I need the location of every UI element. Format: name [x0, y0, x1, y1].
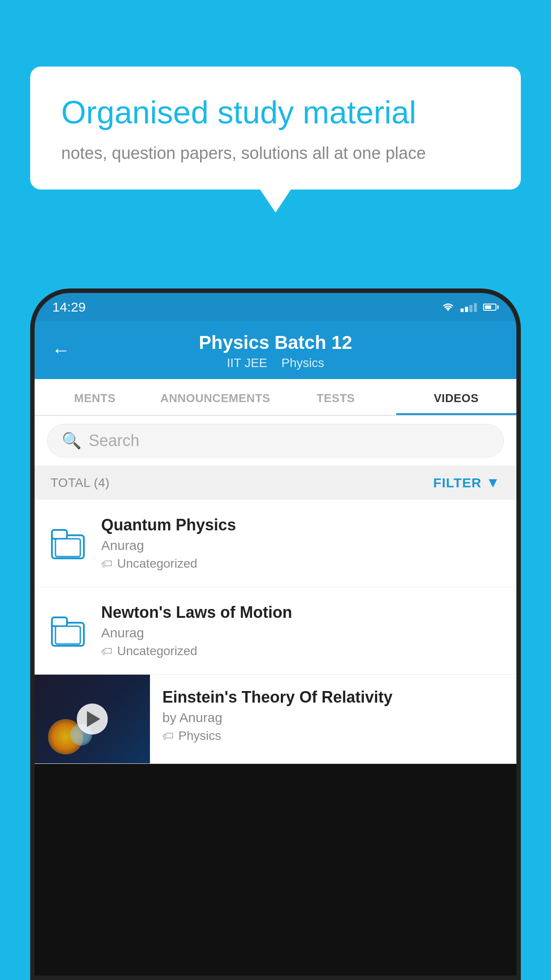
- filter-bar: TOTAL (4) FILTER ▼: [35, 466, 516, 500]
- video-thumbnail: [35, 675, 150, 763]
- speech-bubble-section: Organised study material notes, question…: [30, 67, 521, 190]
- item-content: Quantum Physics Anurag 🏷 Uncategorized: [101, 516, 502, 571]
- bubble-title: Organised study material: [61, 93, 490, 131]
- play-button[interactable]: [77, 703, 108, 735]
- back-button[interactable]: ←: [51, 340, 70, 361]
- item-content: Newton's Laws of Motion Anurag 🏷 Uncateg…: [101, 603, 502, 658]
- tag-icon: 🏷: [162, 729, 174, 743]
- tag-icon: 🏷: [101, 644, 113, 658]
- folder-icon: [51, 526, 87, 561]
- total-count: TOTAL (4): [51, 476, 110, 490]
- item-author: Anurag: [101, 538, 502, 553]
- item-icon-wrap: [49, 526, 89, 561]
- item-content: Einstein's Theory Of Relativity by Anura…: [150, 675, 516, 756]
- play-icon: [87, 711, 100, 727]
- tab-ments[interactable]: MENTS: [35, 379, 155, 415]
- filter-button[interactable]: FILTER ▼: [433, 474, 500, 491]
- tab-bar: MENTS ANNOUNCEMENTS TESTS VIDEOS: [35, 379, 516, 416]
- battery-icon: [483, 304, 499, 311]
- svg-marker-0: [445, 308, 451, 311]
- phone-frame: 14:29 ←: [30, 288, 521, 980]
- svg-rect-5: [52, 617, 67, 626]
- search-container: 🔍 Search: [35, 416, 516, 466]
- content-list: Quantum Physics Anurag 🏷 Uncategorized: [35, 500, 516, 764]
- header-tag-physics: Physics: [281, 356, 324, 370]
- status-bar: 14:29: [35, 293, 516, 321]
- wifi-icon: [442, 302, 454, 312]
- filter-icon: ▼: [486, 474, 500, 491]
- search-bar[interactable]: 🔍 Search: [47, 424, 504, 458]
- item-tag: 🏷 Physics: [162, 729, 504, 743]
- item-title: Einstein's Theory Of Relativity: [162, 688, 504, 707]
- signal-icon: [460, 302, 477, 312]
- folder-icon: [51, 613, 87, 648]
- item-tag: 🏷 Uncategorized: [101, 557, 502, 571]
- svg-rect-3: [55, 539, 80, 557]
- svg-rect-2: [52, 530, 67, 539]
- tag-icon: 🏷: [101, 557, 113, 571]
- list-item[interactable]: Newton's Laws of Motion Anurag 🏷 Uncateg…: [35, 587, 516, 675]
- svg-rect-6: [55, 626, 80, 644]
- item-icon-wrap: [49, 613, 89, 648]
- list-item[interactable]: Quantum Physics Anurag 🏷 Uncategorized: [35, 500, 516, 587]
- header-title: Physics Batch 12: [52, 332, 499, 353]
- item-title: Quantum Physics: [101, 516, 502, 534]
- item-author: by Anurag: [162, 710, 504, 725]
- header-tag-iitjee: IIT JEE: [227, 356, 267, 370]
- tag-label: Uncategorized: [117, 644, 197, 658]
- app-header: ← Physics Batch 12 IIT JEE Physics: [35, 321, 516, 379]
- tag-label: Physics: [178, 729, 221, 743]
- status-icons: [442, 302, 499, 312]
- bubble-subtitle: notes, question papers, solutions all at…: [61, 144, 490, 163]
- item-title: Newton's Laws of Motion: [101, 603, 502, 622]
- tab-tests[interactable]: TESTS: [276, 379, 396, 415]
- item-tag: 🏷 Uncategorized: [101, 644, 502, 658]
- filter-label: FILTER: [433, 475, 482, 490]
- tag-label: Uncategorized: [117, 557, 197, 571]
- header-tags: IIT JEE Physics: [52, 356, 499, 370]
- tab-announcements[interactable]: ANNOUNCEMENTS: [155, 379, 276, 415]
- list-item[interactable]: Einstein's Theory Of Relativity by Anura…: [35, 675, 516, 764]
- search-icon: 🔍: [62, 431, 82, 450]
- item-author: Anurag: [101, 625, 502, 640]
- tab-videos[interactable]: VIDEOS: [396, 379, 517, 415]
- search-placeholder: Search: [89, 431, 139, 450]
- speech-bubble: Organised study material notes, question…: [30, 67, 521, 190]
- status-time: 14:29: [52, 300, 86, 315]
